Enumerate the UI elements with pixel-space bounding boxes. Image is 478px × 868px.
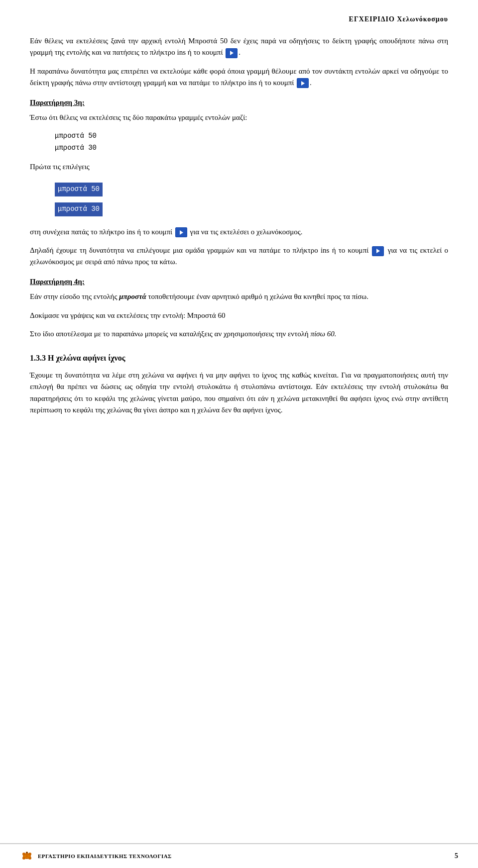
code-line-1: μπροστά 50 (55, 130, 448, 142)
remark-4-p1: Εάν στην είσοδο της εντολής μπροστά τοπο… (30, 291, 448, 302)
paragraph-3-text: Δηλαδή έχουμε τη δυνατότητα να επιλέγουμ… (30, 246, 368, 254)
remark-4-p1-text: Εάν στην είσοδο της εντολής (30, 292, 117, 300)
play-button-3[interactable] (175, 227, 187, 237)
paragraph-2-text: Η παραπάνω δυνατότητα μας επιτρέπει να ε… (30, 67, 448, 87)
page-container: ΕΓΧΕΙΡΙΔΙΟ Χελωνόκοσμου Εάν θέλεις να εκ… (0, 0, 478, 463)
paragraph-1: Εάν θέλεις να εκτελέσεις ξανά την αρχική… (30, 35, 448, 59)
remark-4-p3-text: Στο ίδιο αποτέλεσμα με το παραπάνω μπορε… (30, 330, 309, 338)
section-paragraph: Έχουμε τη δυνατότητα να λέμε στη χελώνα … (30, 370, 448, 416)
selected-line-1: μπροστά 50 (55, 183, 103, 196)
header-title: ΕΓΧΕΙΡΙΔΙΟ Χελωνόκοσμου (349, 15, 448, 23)
svg-marker-2 (180, 230, 183, 235)
svg-marker-1 (301, 81, 305, 86)
svg-marker-0 (230, 51, 234, 55)
play-button-2[interactable] (297, 78, 309, 88)
play-button-1[interactable] (226, 48, 238, 58)
remark-3-intro: Έστω ότι θέλεις να εκτελέσεις τις δύο πα… (30, 112, 448, 123)
remark-4-section: Παρατήρηση 4η: Εάν στην είσοδο της εντολ… (30, 278, 448, 340)
paragraph-1-text: Εάν θέλεις να εκτελέσεις ξανά την αρχική… (30, 37, 448, 56)
step-1-text: Πρώτα τις επιλέγεις (30, 161, 448, 173)
svg-point-8 (22, 857, 25, 860)
remark-4-p3: Στο ίδιο αποτέλεσμα με το παραπάνω μπορε… (30, 328, 448, 340)
footer-label: ΕΡΓΑΣΤΗΡΙΟ ΕΚΠΑΙΔΕΥΤΙΚΗΣ ΤΕΧΝΟΛΟΓΙΑΣ (38, 853, 172, 859)
section-1-3-3: 1.3.3 Η χελώνα αφήνει ίχνος Έχουμε τη δυ… (30, 354, 448, 416)
step-2-part1: στη συνέχεια πατάς το πλήκτρο ins ή το κ… (30, 228, 172, 236)
selected-line-2: μπροστά 30 (55, 202, 103, 216)
step-2-part2: για να τις εκτελέσει ο χελωνόκοσμος. (190, 228, 303, 236)
remark-4-p2-text: Δοκίμασε να γράψεις και να εκτελέσεις τη… (30, 311, 225, 319)
svg-point-9 (28, 857, 31, 860)
play-button-4[interactable] (372, 246, 384, 256)
svg-point-12 (27, 852, 28, 853)
page-header: ΕΓΧΕΙΡΙΔΙΟ Χελωνόκοσμου (30, 15, 448, 23)
step-2-text: στη συνέχεια πατάς το πλήκτρο ins ή το κ… (30, 226, 448, 238)
remark-4-p1-end: τοποθετήσουμε έναν αρνητικό αριθμό η χελ… (148, 292, 368, 300)
remark-3-heading: Παρατήρηση 3η: (30, 98, 448, 107)
selection-container: μπροστά 50 μπροστά 30 (55, 180, 448, 219)
code-line-2: μπροστά 30 (55, 142, 448, 154)
remark-3-section: Παρατήρηση 3η: Έστω ότι θέλεις να εκτελέ… (30, 98, 448, 268)
section-heading: 1.3.3 Η χελώνα αφήνει ίχνος (30, 354, 448, 363)
remark-4-p3-italic: πίσω 60. (310, 330, 336, 338)
remark-4-p2: Δοκίμασε να γράψεις και να εκτελέσεις τη… (30, 310, 448, 321)
footer-left: ΕΡΓΑΣΤΗΡΙΟ ΕΚΠΑΙΔΕΥΤΙΚΗΣ ΤΕΧΝΟΛΟΓΙΑΣ (20, 849, 172, 863)
svg-point-11 (26, 852, 27, 853)
turtle-icon (20, 849, 34, 863)
footer-page-number: 5 (455, 852, 458, 860)
footer-logo (20, 849, 34, 863)
paragraph-2: Η παραπάνω δυνατότητα μας επιτρέπει να ε… (30, 66, 448, 89)
page-footer: ΕΡΓΑΣΤΗΡΙΟ ΕΚΠΑΙΔΕΥΤΙΚΗΣ ΤΕΧΝΟΛΟΓΙΑΣ 5 (0, 843, 478, 868)
remark-4-heading: Παρατήρηση 4η: (30, 278, 448, 286)
code-block: μπροστά 50 μπροστά 30 (55, 130, 448, 154)
svg-marker-3 (376, 249, 380, 253)
paragraph-3: Δηλαδή έχουμε τη δυνατότητα να επιλέγουμ… (30, 245, 448, 268)
remark-4-italic: μπροστά (119, 292, 146, 300)
